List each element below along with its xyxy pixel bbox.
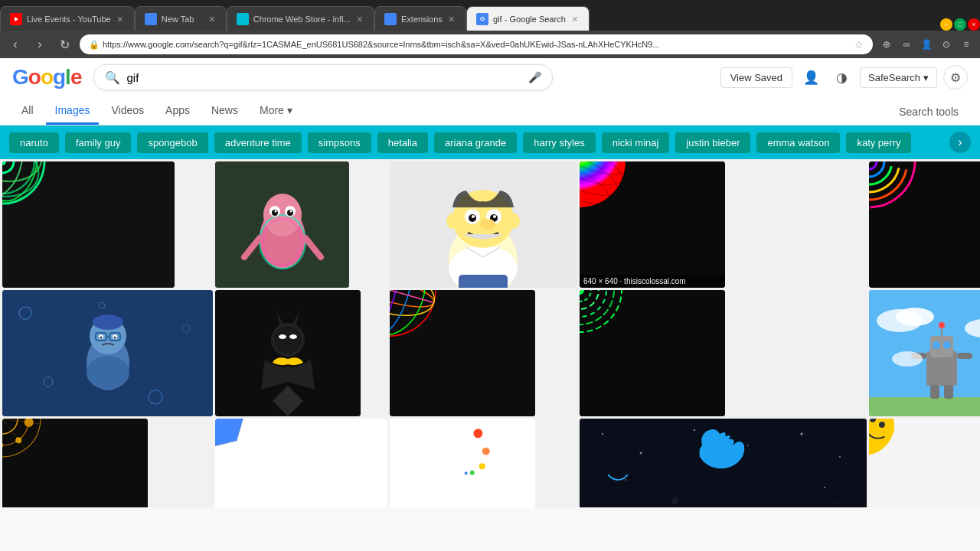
svg-point-26 <box>100 337 103 339</box>
maximize-button[interactable]: □ <box>954 18 966 31</box>
lock-icon: 🔒 <box>89 40 100 50</box>
img-rainbow-ball[interactable]: 640 × 640 · thisiscolossal.com <box>580 161 725 288</box>
filter-naruto[interactable]: naruto <box>9 132 59 153</box>
filter-adventure-time[interactable]: adventure time <box>214 132 302 153</box>
tab-videos[interactable]: Videos <box>102 98 153 125</box>
img-green-spiral[interactable] <box>2 161 175 288</box>
svg-point-117 <box>694 429 695 431</box>
filter-spongebob[interactable]: spongebob <box>137 132 207 153</box>
filter-emma-watson[interactable]: emma watson <box>756 132 840 153</box>
safesearch-button[interactable]: SafeSearch ▾ <box>860 67 937 88</box>
mic-icon[interactable]: 🎤 <box>528 71 541 83</box>
img-cube[interactable] <box>215 419 387 507</box>
minimize-button[interactable]: − <box>940 18 952 31</box>
tab-gif-close[interactable]: × <box>570 11 580 27</box>
tab-youtube-close[interactable]: × <box>116 11 125 27</box>
search-input[interactable] <box>126 71 522 84</box>
extension-btn-1[interactable]: ⊕ <box>879 37 894 52</box>
filter-katy-perry[interactable]: katy perry <box>846 132 911 153</box>
img-green-spiral2[interactable] <box>580 290 725 416</box>
svg-rect-137 <box>869 397 980 416</box>
window-controls: − □ × <box>940 18 980 31</box>
filter-simpsons[interactable]: simpsons <box>308 132 371 153</box>
grid-column-1 <box>2 161 213 505</box>
address-bar[interactable]: 🔒 https://www.google.com/search?q=gif&rl… <box>80 34 873 54</box>
search-tools-button[interactable]: Search tools <box>890 99 968 124</box>
grid-column-5 <box>869 161 980 505</box>
tab-newtab[interactable]: New Tab × <box>135 6 227 31</box>
svg-rect-126 <box>869 161 980 288</box>
filter-justin-bieber[interactable]: justin bieber <box>675 132 750 153</box>
svg-point-61 <box>274 326 302 354</box>
filter-harry-styles[interactable]: harry styles <box>523 132 595 153</box>
img-pink-creature[interactable] <box>215 161 349 288</box>
address-text: https://www.google.com/search?q=gif&rlz=… <box>103 40 851 49</box>
svg-point-82 <box>472 215 475 218</box>
logo-e: e <box>70 65 82 89</box>
close-button[interactable]: × <box>968 18 980 31</box>
svg-point-18 <box>87 356 129 390</box>
img-rainbow-sphere[interactable] <box>390 290 535 416</box>
tab-news[interactable]: News <box>202 98 247 125</box>
bookmark-icon[interactable]: ☆ <box>854 39 864 51</box>
svg-point-62 <box>279 334 286 339</box>
settings-button[interactable]: ⚙ <box>943 65 968 90</box>
extension-btn-3[interactable]: 👤 <box>919 37 934 52</box>
img-batman[interactable] <box>215 290 361 416</box>
filter-hetalia[interactable]: hetalia <box>377 132 428 153</box>
svg-point-116 <box>640 452 642 455</box>
svg-rect-146 <box>930 385 939 399</box>
svg-rect-65 <box>215 419 387 507</box>
tab-chrome-close[interactable]: × <box>355 11 364 27</box>
filter-next-button[interactable]: › <box>949 132 971 153</box>
svg-point-27 <box>114 337 116 339</box>
tab-all[interactable]: All <box>12 98 43 125</box>
tab-extensions-close[interactable]: × <box>447 11 456 27</box>
filter-family-guy[interactable]: family guy <box>65 132 132 153</box>
svg-point-118 <box>747 445 749 446</box>
svg-point-120 <box>839 456 841 458</box>
svg-point-53 <box>275 210 277 213</box>
forward-button[interactable]: › <box>31 35 49 54</box>
img-dots-circle[interactable] <box>390 419 535 507</box>
img-sadness[interactable] <box>2 290 213 416</box>
extension-btn-4[interactable]: ⊙ <box>939 37 954 52</box>
account-icon[interactable]: 👤 <box>799 65 823 90</box>
browser-chrome: Live Events - YouTube × New Tab × Chrome… <box>0 0 980 58</box>
filter-ariana-grande[interactable]: ariana grande <box>434 132 517 153</box>
svg-rect-85 <box>390 290 535 416</box>
img-twitter-dark[interactable]: @ ... <box>580 419 867 507</box>
filter-nicki-minaj[interactable]: nicki minaj <box>602 132 670 153</box>
svg-point-77 <box>508 214 520 229</box>
reload-button[interactable]: ↻ <box>55 35 74 54</box>
tab-more[interactable]: More ▾ <box>250 98 302 125</box>
extension-btn-2[interactable]: ∞ <box>899 37 914 52</box>
tab-youtube[interactable]: Live Events - YouTube × <box>0 6 135 31</box>
tab-gif[interactable]: G gif - Google Search × <box>466 6 590 31</box>
img-homer[interactable] <box>390 161 577 288</box>
search-box[interactable]: 🔍 🎤 <box>93 64 553 90</box>
tab-images[interactable]: Images <box>46 98 100 125</box>
svg-rect-145 <box>957 353 972 359</box>
tab-extensions-label: Extensions <box>401 15 443 24</box>
browser-actions: ⊕ ∞ 👤 ⊙ ≡ <box>879 37 974 52</box>
search-icon: 🔍 <box>105 70 120 85</box>
svg-rect-94 <box>390 419 535 507</box>
tab-bar: Live Events - YouTube × New Tab × Chrome… <box>0 0 980 31</box>
img-mandala[interactable] <box>2 419 148 507</box>
theme-icon[interactable]: ◑ <box>829 65 854 90</box>
img-circles-arc[interactable] <box>869 161 980 288</box>
back-button[interactable]: ‹ <box>6 35 24 54</box>
tab-chrome[interactable]: Chrome Web Store - infi... × <box>227 6 374 31</box>
tab-newtab-close[interactable]: × <box>207 11 217 27</box>
filter-tags: naruto family guy spongebob adventure ti… <box>0 126 980 159</box>
view-saved-button[interactable]: View Saved <box>720 67 792 88</box>
svg-rect-107 <box>580 290 725 416</box>
safesearch-label: SafeSearch <box>868 72 920 83</box>
tab-extensions[interactable]: Extensions × <box>374 6 466 31</box>
image-tooltip: 640 × 640 · thisiscolossal.com <box>580 275 725 288</box>
img-robot-clouds[interactable] <box>869 290 980 416</box>
tab-apps[interactable]: Apps <box>156 98 199 125</box>
extension-btn-5[interactable]: ≡ <box>959 37 974 52</box>
img-banana-face[interactable] <box>869 419 980 507</box>
